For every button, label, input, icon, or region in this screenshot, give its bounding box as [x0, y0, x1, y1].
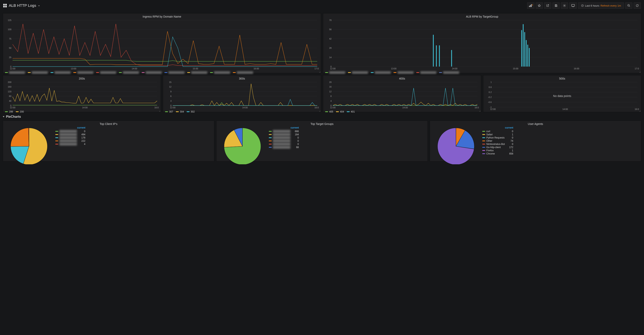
svg-rect-1	[572, 4, 574, 6]
dashboard-grid: Ingress RPM by Domain Name 0255075100125…	[0, 13, 644, 165]
share-icon	[546, 4, 549, 7]
gear-icon	[563, 4, 566, 7]
svg-text:12:00: 12:00	[10, 67, 16, 70]
chevron-down-icon	[3, 116, 4, 117]
svg-rect-46	[524, 32, 525, 66]
svg-rect-41	[436, 45, 437, 66]
pie-chart-ip[interactable]	[5, 126, 53, 164]
add-panel-button[interactable]: +	[527, 2, 534, 9]
svg-text:13:00: 13:00	[71, 67, 76, 70]
pie-legend-tg: currenthidden666hidden164hidden0hidden0h…	[269, 126, 299, 149]
resize-handle-icon[interactable]	[319, 110, 320, 112]
svg-text:6: 6	[170, 95, 172, 97]
time-range-picker[interactable]: Last 6 hours Refresh every 1m	[578, 2, 624, 9]
svg-text:100: 100	[8, 28, 12, 30]
save-button[interactable]	[552, 2, 560, 9]
svg-text:15:00: 15:00	[193, 67, 198, 70]
panel-400s[interactable]: 400s 04812162012:0014:0016:00 405404401	[323, 75, 481, 112]
resize-handle-icon[interactable]	[639, 71, 640, 73]
pie-chart-tg[interactable]	[218, 126, 266, 164]
legend-targetgroup: hiddenhiddenhiddenhiddenhiddenhidden	[325, 70, 639, 74]
row-header-label: PieCharts	[6, 115, 21, 118]
share-button[interactable]	[544, 2, 551, 9]
svg-text:12:00: 12:00	[170, 106, 176, 109]
zoom-out-button[interactable]	[625, 2, 632, 9]
dashboard-title: ALB HTTP Logs	[9, 4, 36, 8]
svg-text:8: 8	[330, 95, 332, 97]
panel-title: 500s	[485, 77, 639, 80]
svg-text:12: 12	[169, 86, 172, 88]
svg-text:15:00: 15:00	[513, 67, 518, 70]
pie-legend-ip: currenthidden0hidden494hidden178hidden22…	[55, 126, 85, 146]
chart-300s[interactable]: 0369121512:0014:0016:00	[165, 81, 319, 109]
svg-rect-45	[523, 24, 524, 66]
dashboard-title-dropdown[interactable]: ALB HTTP Logs	[3, 4, 40, 8]
svg-text:4: 4	[330, 100, 332, 102]
monitor-icon	[571, 4, 575, 7]
resize-handle-icon[interactable]	[319, 71, 320, 73]
svg-text:120: 120	[8, 90, 12, 93]
pie-chart-ua[interactable]	[432, 126, 480, 164]
svg-text:16:00: 16:00	[154, 106, 159, 109]
time-range-label: Last 6 hours	[585, 4, 600, 7]
panel-500s[interactable]: 500s No data points -1-0.6-0.20.20.6112:…	[483, 75, 641, 112]
panel-title: 400s	[325, 77, 479, 80]
svg-text:17:00: 17:00	[314, 67, 319, 70]
row-header-piecharts[interactable]: PieCharts	[3, 115, 641, 118]
panel-title: Ingress RPM by Domain Name	[5, 15, 319, 18]
chart-ingress[interactable]: 025507510012512:0013:0014:0015:0016:0017…	[5, 19, 319, 70]
refresh-interval-label: Refresh every 1m	[600, 4, 621, 7]
chart-500s[interactable]: No data points -1-0.6-0.20.20.6112:0014:…	[485, 81, 639, 111]
chart-400s[interactable]: 04812162012:0014:0016:00	[325, 81, 479, 109]
panel-ingress-rpm[interactable]: Ingress RPM by Domain Name 0255075100125…	[3, 13, 321, 73]
svg-text:16: 16	[329, 86, 332, 88]
resize-handle-icon[interactable]	[159, 110, 160, 112]
svg-text:15: 15	[169, 81, 172, 83]
panel-title: 200s	[5, 77, 159, 80]
svg-text:42: 42	[329, 38, 332, 40]
panel-200s[interactable]: 200s 0408012016020012:0014:0016:00 29920…	[3, 75, 161, 112]
svg-text:12:00: 12:00	[10, 106, 16, 109]
panel-top-target-groups[interactable]: Top Target Groups currenthidden666hidden…	[216, 120, 428, 162]
svg-text:50: 50	[9, 47, 12, 49]
panel-user-agents[interactable]: User Agents currentcurl0Safari1Python Re…	[430, 120, 641, 162]
svg-rect-47	[526, 40, 527, 66]
save-icon	[554, 4, 558, 7]
svg-rect-49	[529, 48, 530, 66]
resize-handle-icon[interactable]	[639, 110, 640, 112]
svg-text:12:00: 12:00	[330, 106, 336, 109]
refresh-icon	[636, 4, 639, 7]
svg-point-0	[564, 5, 565, 6]
svg-rect-43	[451, 50, 452, 66]
svg-text:14:00: 14:00	[132, 67, 137, 70]
svg-text:20: 20	[329, 81, 332, 83]
panel-top-client-ips[interactable]: Top Client IP's currenthidden0hidden494h…	[3, 120, 214, 162]
panel-300s[interactable]: 300s 0369121512:0014:0016:00 307304302	[163, 75, 321, 112]
svg-text:14:00: 14:00	[452, 67, 458, 70]
pie-legend-ua: currentcurl0Safari1Python Requests0Other…	[482, 126, 513, 156]
chart-200s[interactable]: 0408012016020012:0014:0016:00	[5, 81, 159, 109]
svg-text:14: 14	[329, 56, 332, 58]
chart-targetgroup[interactable]: 0142842567012:0013:0014:0015:0016:0017:0…	[325, 19, 639, 70]
panel-title: 300s	[165, 77, 319, 80]
star-button[interactable]	[536, 2, 543, 9]
top-navbar: ALB HTTP Logs + Last 6 hours Refresh eve…	[0, 0, 644, 11]
panel-alb-targetgroup[interactable]: ALB RPM by TargetGroup 0142842567012:001…	[323, 13, 641, 73]
svg-text:56: 56	[329, 28, 332, 30]
no-data-label: No data points	[485, 81, 639, 111]
svg-text:12:00: 12:00	[330, 67, 336, 70]
svg-text:14:00: 14:00	[82, 106, 88, 109]
svg-text:12: 12	[329, 90, 332, 93]
settings-button[interactable]	[561, 2, 568, 9]
refresh-button[interactable]	[634, 2, 641, 9]
svg-text:17:00: 17:00	[634, 67, 639, 70]
resize-handle-icon[interactable]	[479, 110, 480, 112]
svg-text:70: 70	[329, 19, 332, 22]
svg-text:16:00: 16:00	[314, 106, 319, 109]
star-icon	[538, 4, 541, 7]
svg-text:40: 40	[9, 100, 12, 102]
svg-text:9: 9	[170, 90, 172, 93]
panel-title: User Agents	[432, 122, 639, 126]
legend-200s: 299200	[5, 109, 159, 114]
tv-mode-button[interactable]	[569, 2, 577, 9]
